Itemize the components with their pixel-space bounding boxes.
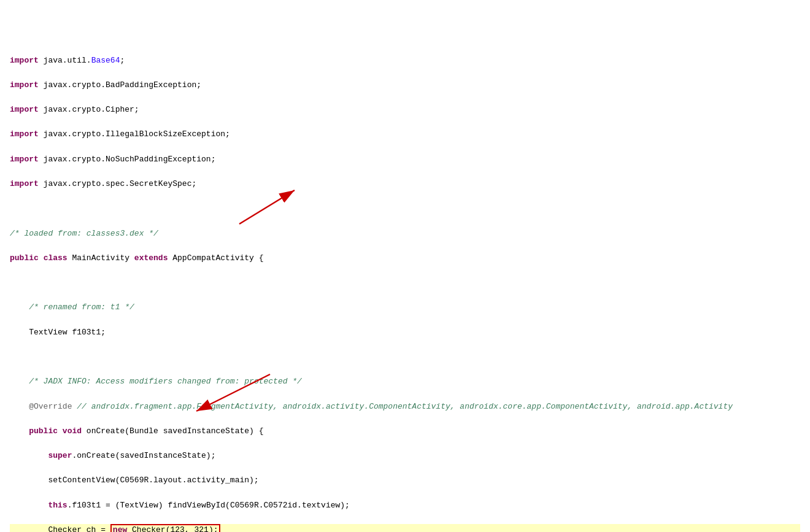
code-line-super: super.onCreate(savedInstanceState); [10,450,800,462]
code-line-comment2: /* renamed from: t1 */ [10,301,800,314]
code-line-setcontent: setContentView(C0569R.layout.activity_ma… [10,474,800,487]
code-line-override: @Override // androidx.fragment.app.Fragm… [10,401,800,413]
code-container: import java.util.Base64; import javax.cr… [0,0,810,532]
code-line-comment1: /* loaded from: classes3.dex */ [10,228,800,240]
code-line-blank3 [10,351,800,363]
code-line-3: import javax.crypto.Cipher; [10,104,800,116]
code-line-comment3: /* JADX INFO: Access modifiers changed f… [10,376,800,388]
code-line-5: import javax.crypto.NoSuchPaddingExcepti… [10,153,800,166]
code-line-6: import javax.crypto.spec.SecretKeySpec; [10,178,800,190]
code-line-textview: TextView f103t1; [10,326,800,339]
code-line-1: import java.util.Base64; [10,55,800,67]
code-line-4: import javax.crypto.IllegalBlockSizeExce… [10,128,800,141]
code-line-2: import javax.crypto.BadPaddingException; [10,79,800,91]
code-line-this: this.f103t1 = (TextView) findViewById(C0… [10,499,800,512]
code-line-oncreate: public void onCreate(Bundle savedInstanc… [10,425,800,438]
code-line-class: public class MainActivity extends AppCom… [10,252,800,264]
code-line-checker: Checker ch = new Checker(123, 321); [10,524,800,532]
code-line-blank2 [10,277,800,289]
code-line-blank1 [10,202,800,215]
